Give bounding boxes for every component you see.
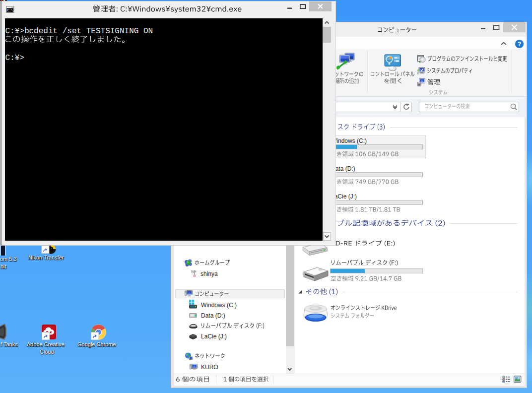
svg-text:C:\_: C:\_ — [7, 9, 14, 12]
svg-text:?: ? — [518, 41, 522, 48]
